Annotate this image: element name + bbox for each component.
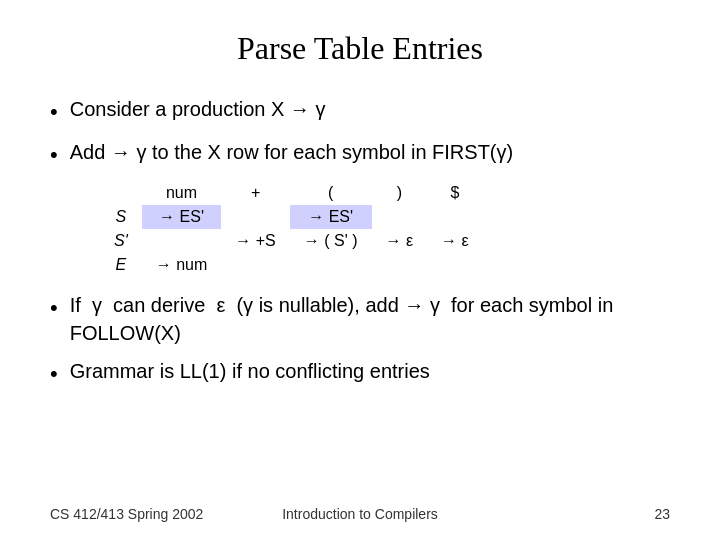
bullet-dot-4: •	[50, 359, 58, 390]
cell-Sprime-dollar: → ε	[427, 229, 483, 253]
table-row-Sprime: S' → +S → ( S' ) → ε → ε	[100, 229, 483, 253]
bullet-text-3: If γ can derive ε (γ is nullable), add →…	[70, 291, 670, 347]
bullet-item-1: • Consider a production X → γ	[50, 95, 670, 128]
row-label-E: E	[100, 253, 142, 277]
bullet-text-2: Add → γ to the X row for each symbol in …	[70, 138, 670, 166]
col-header-plus: +	[221, 181, 289, 205]
row-label-S: S	[100, 205, 142, 229]
bullet-item-4: • Grammar is LL(1) if no conflicting ent…	[50, 357, 670, 390]
col-header-dollar: $	[427, 181, 483, 205]
cell-E-lparen	[290, 253, 372, 277]
col-header-num: num	[142, 181, 222, 205]
footer-right: 23	[654, 506, 670, 522]
cell-S-lparen: → ES'	[290, 205, 372, 229]
bullet-dot-3: •	[50, 293, 58, 324]
bullet-text-1: Consider a production X → γ	[70, 95, 670, 123]
cell-S-dollar	[427, 205, 483, 229]
col-header-empty	[100, 181, 142, 205]
cell-Sprime-plus: → +S	[221, 229, 289, 253]
bullet-item-3: • If γ can derive ε (γ is nullable), add…	[50, 291, 670, 347]
col-header-lparen: (	[290, 181, 372, 205]
bullet-item-2: • Add → γ to the X row for each symbol i…	[50, 138, 670, 171]
parse-table-wrapper: num + ( ) $ S → ES' → ES' S'	[100, 181, 670, 277]
cell-E-rparen	[372, 253, 428, 277]
col-header-rparen: )	[372, 181, 428, 205]
row-label-Sprime: S'	[100, 229, 142, 253]
cell-Sprime-lparen: → ( S' )	[290, 229, 372, 253]
footer-center: Introduction to Compilers	[282, 506, 438, 522]
bullet-dot-2: •	[50, 140, 58, 171]
bullet-dot-1: •	[50, 97, 58, 128]
table-row-E: E → num	[100, 253, 483, 277]
table-row-S: S → ES' → ES'	[100, 205, 483, 229]
cell-E-num: → num	[142, 253, 222, 277]
slide-title: Parse Table Entries	[50, 30, 670, 67]
cell-S-rparen	[372, 205, 428, 229]
footer-left: CS 412/413 Spring 2002	[50, 506, 203, 522]
cell-Sprime-rparen: → ε	[372, 229, 428, 253]
cell-E-dollar	[427, 253, 483, 277]
bullet-text-4: Grammar is LL(1) if no conflicting entri…	[70, 357, 670, 385]
cell-S-plus	[221, 205, 289, 229]
parse-table: num + ( ) $ S → ES' → ES' S'	[100, 181, 483, 277]
cell-S-num: → ES'	[142, 205, 222, 229]
slide: Parse Table Entries • Consider a product…	[0, 0, 720, 540]
cell-E-plus	[221, 253, 289, 277]
cell-Sprime-num	[142, 229, 222, 253]
